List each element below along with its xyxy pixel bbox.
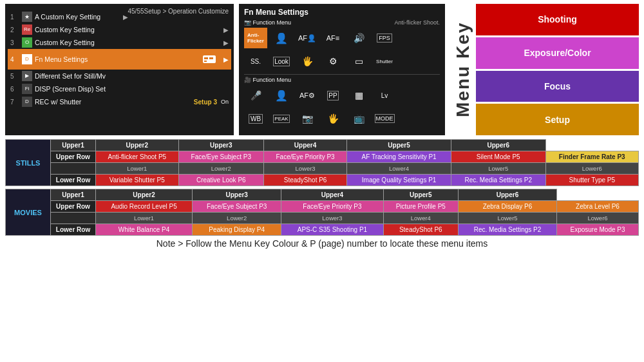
fn-icon-pp[interactable]: PP [321,85,345,106]
movies-lower4-header: Lower4 [383,213,458,224]
movies-lower-cell-4: SteadyShot P6 [383,224,458,236]
camera-menu-item-2[interactable]: 2 Re Custom Key Setting ▶ [10,23,229,36]
fn-icons-row-4: WB PEAK 📷 🖐 📺 MODE [244,108,440,129]
fn-icon-lv[interactable]: Lv [373,85,396,106]
fn-icon-face2[interactable]: 👤 [270,85,293,106]
svg-rect-1 [204,57,208,59]
svg-rect-2 [209,57,213,59]
fn-section-2-title: 🎥 Function Menu [244,77,440,83]
movies-lower-cell-1: White Balance P4 [96,224,193,236]
stills-upper-row: Upper Row Anti-flicker Shoot P5 Face/Eye… [6,151,639,163]
fn-panel-title: Fn Menu Settings [244,8,440,17]
stills-lower2-header: Lower2 [178,163,263,175]
movies-upper2-header: Upper2 [96,189,193,201]
fn-panel: Fn Menu Settings 📷 Function Menu Anti-fl… [239,4,445,135]
stills-lower-cell-3: SteadyShot P6 [263,175,346,186]
movies-upper-cell-2: Face/Eye Subject P3 [193,201,281,213]
stills-lower-cell-1: Variable Shutter P5 [96,175,179,186]
movies-lower3-header: Lower3 [281,213,383,224]
fn-icon-af-menu[interactable]: AF≡ [321,28,345,48]
movies-upper-cell-5: Zebra Display P6 [458,201,556,213]
camera-panel-page: 45/55 [128,8,144,15]
movies-upper1-header: Upper1 [51,189,96,201]
movies-lower6-header: Lower6 [557,213,639,224]
fn-icon-mode[interactable]: MODE [373,108,396,129]
stills-upper4-header: Upper4 [263,140,346,151]
camera-menu-item-5[interactable]: 5 ▶ Different Set for Still/Mv [10,70,229,82]
menu-key-shooting[interactable]: Shooting [476,4,639,35]
movies-upper6-header: Upper6 [458,189,556,201]
fn-icons-row-2: SS. Look 🖐 ⚙ ▭ Shutter [244,51,440,71]
camera-menu-item-1[interactable]: 1 ★ A Custom Key Setting ▶ [10,10,128,23]
stills-upper-cell-6: Finder Frame Rate P3 [545,151,638,163]
fn-icons-row-3: 🎤 👤 AF⚙ PP ▦ Lv [244,85,440,106]
fn-icon-af-face[interactable]: AF👤 [296,28,319,48]
fn-icon-camera[interactable]: 📷 [296,108,319,129]
camera-panel: Setup > Operation Customize 45/55 1 ★ A … [5,4,234,135]
fn-section-1-title: 📷 Function Menu Anti-flicker Shoot. [244,19,440,26]
camera-menu-item-7[interactable]: 7 D REC w/ Shutter Setup 3 On [10,95,229,108]
stills-upper6-header: Upper6 [451,140,545,151]
fn-icon-hand2[interactable]: 🖐 [321,108,345,129]
movies-upper4-header: Upper4 [281,189,383,201]
stills-lower-headers-row: Lower1 Lower2 Lower3 Lower4 Lower5 Lower… [6,163,639,175]
stills-table: STILLS Upper1 Upper2 Upper3 Upper4 Upper… [5,139,639,186]
empty-label-cell [51,213,96,224]
movies-upper-row: Upper Row Audio Record Level P5 Face/Eye… [6,201,639,213]
movies-table: MOVIES Upper1 Upper2 Upper3 Upper4 Upper… [5,189,639,236]
fn-icon-settings[interactable]: ⚙ [321,51,345,71]
stills-upper-cell-1: Anti-flicker Shoot P5 [96,151,179,163]
movies-label: MOVIES [6,189,51,236]
stills-upper3-header: Upper3 [178,140,263,151]
stills-lower6-header: Lower6 [545,163,638,175]
fn-icon-af-settings[interactable]: AF⚙ [296,85,319,106]
menu-key-label: Menu Key [450,4,476,135]
camera-menu-item-4[interactable]: 4 D Fn Menu Settings ▶ [8,49,231,70]
stills-lower1-header: Lower1 [96,163,179,175]
upper-row-label: Upper Row [51,151,96,163]
fn-icon-ss[interactable]: SS. [244,51,267,71]
camera-panel-breadcrumb: Setup > Operation Customize [144,8,229,15]
fn-icon-peak[interactable]: PEAK [270,108,293,129]
stills-upper-cell-5: Silent Mode P5 [451,151,545,163]
camera-menu-item-6[interactable]: 6 Fi DISP (Screen Disp) Set [10,82,229,95]
movies-lower-headers-row: Lower1 Lower2 Lower3 Lower4 Lower5 Lower… [6,213,639,224]
movies-upper-cell-1: Audio Record Level P5 [96,201,193,213]
fn-icon-hand[interactable]: 🖐 [296,51,319,71]
fn-icon-shutter[interactable]: Shutter [373,51,396,71]
stills-lower-cell-6: Shutter Type P5 [545,175,638,186]
empty-label-cell [51,163,96,175]
fn-icon-wb[interactable]: WB [244,108,267,129]
fn-icon-mic[interactable]: 🎤 [244,85,267,106]
stills-upper-cell-4: AF Tracking Sensitivity P1 [347,151,451,163]
camera-menu-item-3[interactable]: 3 O Custom Key Setting ▶ [10,36,229,49]
fn-icon-fps[interactable]: FPS [373,28,396,48]
fn-icons-row-1: Anti-Flicker 👤 AF👤 AF≡ 🔊 FPS [244,28,440,48]
menu-key-setup[interactable]: Setup [476,104,639,135]
movies-lower-cell-2: Peaking Display P4 [193,224,281,236]
stills-lower3-header: Lower3 [263,163,346,175]
stills-upper5-header: Upper5 [347,140,451,151]
stills-header-row: STILLS Upper1 Upper2 Upper3 Upper4 Upper… [6,140,639,151]
stills-lower4-header: Lower4 [347,163,451,175]
fn-icon-face-subject[interactable]: 👤 [270,28,293,48]
movies-lower-cell-5: Rec. Media Settings P2 [458,224,556,236]
fn-icon-anti-flicker[interactable]: Anti-Flicker [244,28,267,48]
fn-icon-monitor[interactable]: 📺 [347,108,370,129]
fn-divider [244,74,440,75]
stills-lower-cell-2: Creative Look P6 [178,175,263,186]
movies-upper5-header: Upper5 [383,189,458,201]
movies-lower5-header: Lower5 [458,213,556,224]
fn-icon-grid[interactable]: ▦ [347,85,370,106]
fn-icon-rect[interactable]: ▭ [347,51,370,71]
menu-key-buttons: Shooting Exposure/Color Focus Setup [476,4,639,135]
fn-icon-audio[interactable]: 🔊 [347,28,370,48]
movies-lower1-header: Lower1 [96,213,193,224]
menu-key-focus[interactable]: Focus [476,71,639,102]
movies-lower-row: Lower Row White Balance P4 Peaking Displ… [6,224,639,236]
menu-key-exposure[interactable]: Exposure/Color [476,37,639,69]
movies-lower-cell-3: APS-C S35 Shooting P1 [281,224,383,236]
stills-lower-row: Lower Row Variable Shutter P5 Creative L… [6,175,639,186]
fn-icon-look[interactable]: Look [270,51,293,71]
stills-upper2-header: Upper2 [96,140,179,151]
